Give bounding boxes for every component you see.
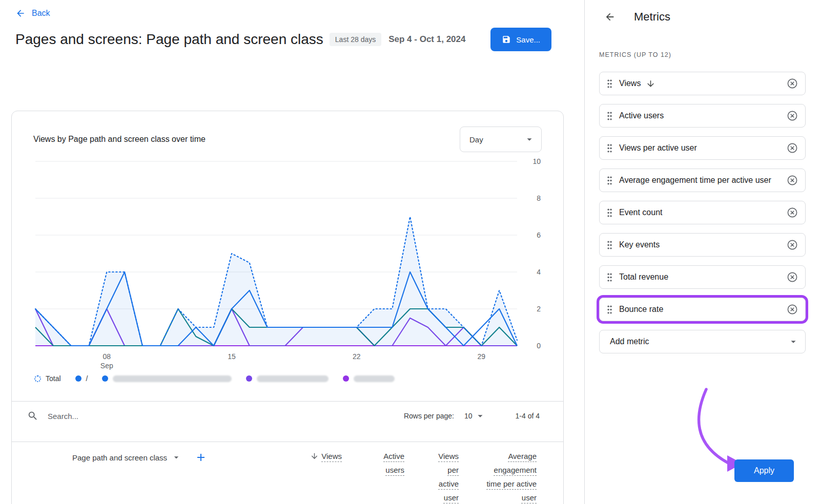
remove-metric-icon [786, 174, 798, 186]
legend-item-redacted-2[interactable] [246, 375, 329, 382]
remove-metric-icon [786, 239, 798, 251]
drag-handle[interactable] [607, 240, 612, 250]
svg-text:0: 0 [537, 342, 541, 350]
remove-metric-button[interactable] [786, 271, 798, 283]
metric-chip-label: Bounce rate [619, 303, 780, 316]
column-header-label: Active users [366, 449, 404, 477]
date-range[interactable]: Sep 4 - Oct 1, 2024 [388, 34, 465, 45]
title-row: Pages and screens: Page path and screen … [15, 28, 584, 51]
remove-metric-button[interactable] [786, 142, 798, 154]
column-header-views-per-active-user[interactable]: Views per active user [429, 449, 459, 504]
save-button[interactable]: Save... [490, 28, 551, 51]
add-metric-label: Add metric [610, 337, 649, 346]
legend-item-total[interactable]: Total [34, 374, 61, 383]
rows-per-page-value: 10 [464, 412, 473, 420]
table-toolbar: Rows per page: 10 1-4 of 4 [12, 402, 563, 430]
legend-dot-icon [343, 375, 349, 382]
page-title: Pages and screens: Page path and screen … [15, 31, 323, 48]
pagination-status: 1-4 of 4 [516, 412, 540, 420]
drag-handle-icon [607, 143, 612, 153]
remove-metric-button[interactable] [786, 174, 798, 186]
remove-metric-icon [786, 77, 798, 90]
rows-per-page-label: Rows per page: [404, 412, 454, 420]
dimension-header-label: Page path and screen class [72, 453, 167, 462]
column-header-average-engagement-time-per-active-user[interactable]: Average engagement time per active user [483, 449, 537, 504]
panel-back-arrow-icon[interactable] [604, 11, 616, 23]
remove-metric-button[interactable] [786, 239, 798, 251]
chart-title: Views by Page path and screen class over… [33, 135, 206, 144]
metric-chip-label: Event count [619, 206, 780, 219]
granularity-value: Day [469, 135, 483, 144]
drag-handle-icon [607, 111, 612, 121]
column-header-label: Average engagement time per active user [483, 449, 537, 504]
remove-metric-icon [786, 142, 798, 154]
sort-descending-icon [310, 452, 319, 460]
metric-chip-key-events[interactable]: Key events [599, 233, 806, 257]
legend-item-root-page[interactable]: / [75, 374, 88, 383]
search-input[interactable] [48, 412, 404, 421]
metrics-panel: Metrics METRICS (UP TO 12) ViewsActive u… [584, 0, 820, 504]
table-header-row: Page path and screen class ViewsActive u… [12, 442, 563, 504]
dimension-column-header[interactable]: Page path and screen class [72, 451, 207, 464]
add-metric-dropdown[interactable]: Add metric [599, 330, 806, 353]
svg-text:4: 4 [537, 268, 541, 276]
column-header-label: Views per active user [429, 449, 459, 504]
metric-chip-total-revenue[interactable]: Total revenue [599, 265, 806, 289]
save-icon [502, 35, 511, 44]
drag-handle[interactable] [607, 208, 612, 218]
metrics-panel-header: Metrics [585, 0, 820, 24]
arrow-drop-down-icon [788, 336, 799, 347]
main-content: Back Pages and screens: Page path and sc… [0, 0, 584, 504]
metric-chip-label: Views per active user [619, 142, 780, 154]
metrics-list: ViewsActive usersViews per active userAv… [585, 58, 820, 321]
metric-chip-active-users[interactable]: Active users [599, 104, 806, 128]
remove-metric-button[interactable] [786, 77, 798, 90]
remove-metric-button[interactable] [786, 303, 798, 316]
remove-metric-icon [786, 303, 798, 316]
chart-legend: Total/ [12, 373, 563, 390]
column-header-views[interactable]: Views [285, 449, 342, 504]
legend-dot-icon [75, 375, 81, 382]
remove-metric-icon [786, 271, 798, 283]
drag-handle[interactable] [607, 79, 612, 89]
drag-handle[interactable] [607, 111, 612, 121]
chart-area: 024681008Sep152229 [12, 154, 563, 373]
metric-chip-bounce-rate[interactable]: Bounce rate [599, 298, 806, 321]
topbar: Back Pages and screens: Page path and sc… [0, 0, 584, 51]
legend-item-redacted-1[interactable] [102, 375, 232, 382]
arrow-drop-down-icon [475, 410, 486, 422]
legend-item-redacted-3[interactable] [343, 375, 395, 382]
remove-metric-button[interactable] [786, 110, 798, 122]
back-link[interactable]: Back [15, 8, 50, 18]
metric-column-headers: ViewsActive usersViews per active userAv… [285, 449, 537, 504]
metric-chip-average-engagement-time-per-active-user[interactable]: Average engagement time per active user [599, 169, 806, 192]
arrow-drop-down-icon [171, 452, 181, 463]
drag-handle-icon [607, 208, 612, 218]
granularity-dropdown[interactable]: Day [460, 127, 542, 152]
metric-chip-label: Views [619, 77, 780, 90]
drag-handle[interactable] [607, 272, 612, 282]
drag-handle[interactable] [607, 176, 612, 185]
svg-text:15: 15 [228, 352, 236, 361]
metric-chip-label: Average engagement time per active user [619, 174, 780, 186]
svg-text:10: 10 [532, 157, 541, 165]
redacted-legend-label [113, 375, 232, 382]
apply-button[interactable]: Apply [734, 459, 794, 482]
arrow-drop-down-icon [524, 134, 535, 145]
metric-chip-views[interactable]: Views [599, 72, 806, 95]
svg-text:22: 22 [353, 352, 361, 361]
redacted-legend-label [257, 375, 329, 382]
remove-metric-button[interactable] [786, 206, 798, 219]
drag-handle[interactable] [607, 143, 612, 153]
column-header-active-users[interactable]: Active users [366, 449, 404, 504]
chart-card-header: Views by Page path and screen class over… [12, 111, 563, 152]
drag-handle-icon [607, 305, 612, 314]
svg-text:2: 2 [537, 305, 541, 313]
drag-handle[interactable] [607, 305, 612, 314]
metric-chip-event-count[interactable]: Event count [599, 201, 806, 224]
svg-text:8: 8 [537, 194, 541, 202]
rows-per-page-dropdown[interactable]: 10 [464, 410, 486, 422]
metric-chip-views-per-active-user[interactable]: Views per active user [599, 136, 806, 160]
svg-text:08: 08 [102, 352, 111, 361]
add-dimension-button[interactable] [195, 451, 207, 464]
